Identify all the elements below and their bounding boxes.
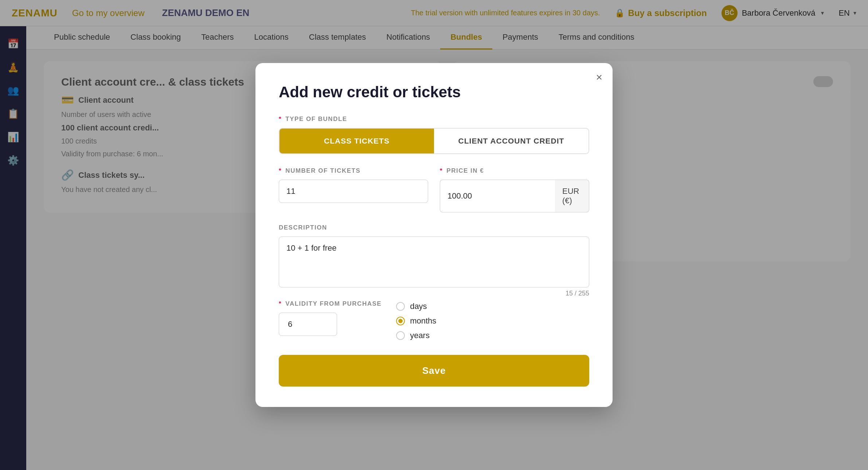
radio-years[interactable]: years xyxy=(396,331,436,340)
validity-input-group: * VALIDITY FROM PURCHASE xyxy=(279,300,382,336)
required-star: * xyxy=(279,115,282,122)
save-button[interactable]: Save xyxy=(279,355,589,387)
required-star: * xyxy=(279,167,282,174)
description-group: DESCRIPTION 10 + 1 for free 15 / 255 xyxy=(279,224,589,297)
bundle-type-group: * TYPE OF BUNDLE CLASS TICKETS CLIENT AC… xyxy=(279,115,589,167)
description-label: DESCRIPTION xyxy=(279,224,589,231)
radio-months-label: months xyxy=(410,316,436,326)
client-account-credit-button[interactable]: CLIENT ACCOUNT CREDIT xyxy=(434,129,589,153)
radio-days-circle xyxy=(396,302,405,311)
price-group: * PRICE IN € EUR (€) xyxy=(440,167,589,212)
radio-years-label: years xyxy=(410,331,430,340)
radio-months-dot xyxy=(398,319,403,323)
bundle-type-label: * TYPE OF BUNDLE xyxy=(279,115,589,123)
tickets-price-row: * NUMBER OF TICKETS * PRICE IN € EUR (€) xyxy=(279,167,589,212)
currency-label: EUR (€) xyxy=(555,180,589,212)
validity-input[interactable] xyxy=(279,313,337,336)
bundle-toggle: CLASS TICKETS CLIENT ACCOUNT CREDIT xyxy=(279,128,589,154)
tickets-group: * NUMBER OF TICKETS xyxy=(279,167,428,212)
validity-radio-group: days months years xyxy=(396,300,436,340)
description-input[interactable]: 10 + 1 for free xyxy=(279,236,589,287)
required-star: * xyxy=(279,300,282,307)
required-star: * xyxy=(440,167,443,174)
validity-row: * VALIDITY FROM PURCHASE days months yea… xyxy=(279,300,589,340)
radio-years-circle xyxy=(396,331,405,340)
tickets-label: * NUMBER OF TICKETS xyxy=(279,167,428,175)
price-input[interactable] xyxy=(440,180,555,212)
radio-days[interactable]: days xyxy=(396,302,436,311)
modal-title: Add new credit or tickets xyxy=(279,83,589,101)
radio-months[interactable]: months xyxy=(396,316,436,326)
tickets-input[interactable] xyxy=(279,180,428,203)
radio-days-label: days xyxy=(410,302,427,311)
char-count: 15 / 255 xyxy=(279,290,589,297)
modal-close-button[interactable]: × xyxy=(596,72,602,83)
class-tickets-button[interactable]: CLASS TICKETS xyxy=(279,129,434,153)
validity-label: * VALIDITY FROM PURCHASE xyxy=(279,300,382,308)
price-input-group: EUR (€) xyxy=(440,180,589,212)
price-label: * PRICE IN € xyxy=(440,167,589,175)
modal: × Add new credit or tickets * TYPE OF BU… xyxy=(255,63,613,407)
radio-months-circle xyxy=(396,317,405,325)
